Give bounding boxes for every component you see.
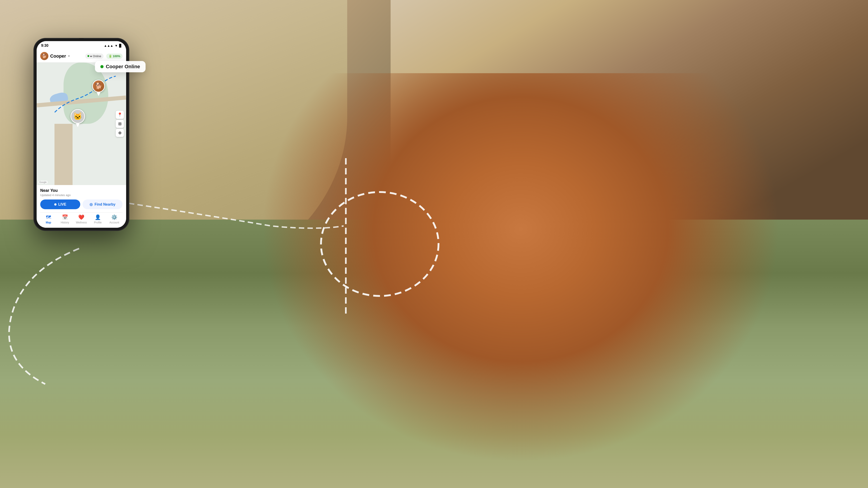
status-time: 9:30 — [41, 43, 49, 48]
nav-item-wellness[interactable]: ❤️ Wellness — [73, 215, 90, 224]
phone-screen: 9:30 ▲▲▲ ▼ ▉ 🐕 Cooper ▾ ● Online — [37, 41, 126, 228]
find-nearby-button[interactable]: ◎ Find Nearby — [83, 199, 123, 209]
live-button[interactable]: LIVE — [40, 199, 80, 209]
dropdown-arrow-icon: ▾ — [68, 55, 70, 58]
signal-icon: ▲▲▲ — [104, 44, 114, 47]
background-scene — [0, 0, 868, 488]
phone-wrapper: 9:30 ▲▲▲ ▼ ▉ 🐕 Cooper ▾ ● Online — [34, 38, 129, 230]
cat-location-pin[interactable]: 🐱 — [70, 109, 85, 127]
profile-nav-icon: 👤 — [95, 215, 101, 220]
nav-item-map[interactable]: 🗺 Map — [40, 215, 57, 224]
dog-pin-triangle — [97, 92, 100, 96]
updated-text: Updated 4 minutes ago — [40, 193, 123, 197]
map-area[interactable]: 🐱 🐕 📍 ⊞ ⊕ Google — [37, 63, 126, 185]
history-nav-label: History — [61, 221, 69, 224]
tracker-badge: ● Online — [85, 54, 103, 59]
bottom-panel: Near You Updated 4 minutes ago LIVE ◎ Fi… — [37, 185, 126, 228]
pet-name: Cooper — [50, 54, 66, 59]
nav-item-profile[interactable]: 👤 Profile — [90, 215, 106, 224]
dog-location-pin[interactable]: 🐕 — [92, 80, 105, 96]
map-nav-label: Map — [46, 221, 51, 224]
wellness-nav-icon: ❤️ — [78, 215, 84, 220]
online-label: ● Online — [90, 55, 101, 58]
action-buttons: LIVE ◎ Find Nearby — [40, 199, 123, 209]
status-bar: 9:30 ▲▲▲ ▼ ▉ — [37, 41, 126, 50]
cat-pin-triangle — [76, 124, 80, 127]
pet-name-area[interactable]: 🐕 Cooper ▾ — [40, 52, 70, 60]
account-nav-icon: ⚙️ — [111, 215, 117, 220]
near-you-title: Near You — [40, 188, 123, 193]
account-nav-label: Account — [110, 221, 119, 224]
pet-avatar: 🐕 — [40, 52, 49, 60]
find-nearby-icon: ◎ — [90, 202, 93, 206]
online-dot-icon — [88, 55, 89, 57]
bottom-nav: 🗺 Map 📅 History ❤️ Wellness 👤 Profile — [40, 213, 123, 228]
history-nav-icon: 📅 — [62, 215, 68, 220]
phone-device: 9:30 ▲▲▲ ▼ ▉ 🐕 Cooper ▾ ● Online — [34, 38, 129, 230]
cat-avatar: 🐱 — [70, 109, 85, 124]
wifi-icon: ▼ — [115, 44, 118, 47]
status-icons: ▲▲▲ ▼ ▉ — [104, 44, 122, 47]
wellness-nav-label: Wellness — [76, 221, 87, 224]
battery-icon: ▉ — [119, 44, 122, 47]
app-header: 🐕 Cooper ▾ ● Online 🔋 100% — [37, 50, 126, 63]
nav-item-history[interactable]: 📅 History — [57, 215, 73, 224]
dog-avatar: 🐕 — [92, 80, 105, 92]
battery-label: 100% — [113, 55, 120, 58]
map-nav-icon: 🗺 — [46, 215, 51, 220]
live-dot-icon — [54, 203, 57, 205]
battery-badge: 🔋 100% — [106, 54, 123, 59]
nav-item-account[interactable]: ⚙️ Account — [106, 215, 123, 224]
profile-nav-label: Profile — [94, 221, 102, 224]
header-right: ● Online 🔋 100% — [85, 54, 123, 59]
bg-dog-area — [260, 73, 781, 464]
